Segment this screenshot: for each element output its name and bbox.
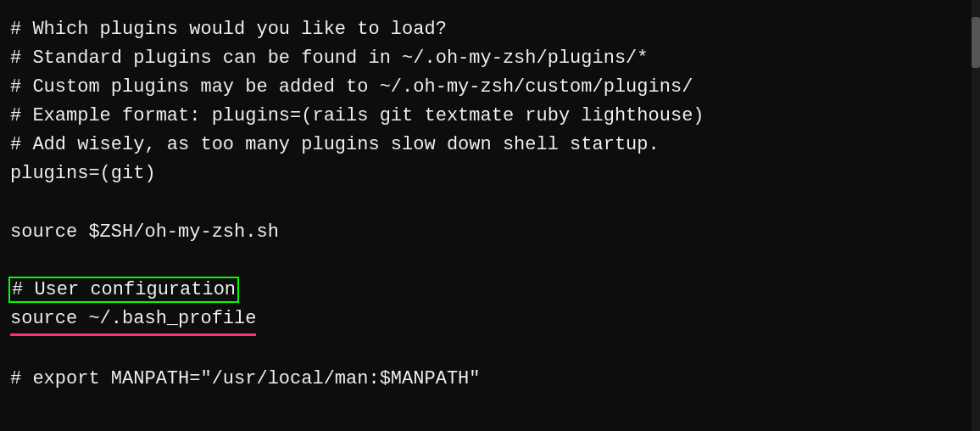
code-line-2: # Standard plugins can be found in ~/.oh… [10,44,966,73]
terminal-window: # Which plugins would you like to load? … [0,0,980,431]
code-line-5: # Add wisely, as too many plugins slow d… [10,131,966,160]
code-line-4: # Example format: plugins=(rails git tex… [10,102,966,131]
code-line-11: source ~/.bash_profile [10,305,966,336]
code-line-12 [10,336,966,365]
code-line-6: plugins=(git) [10,160,966,188]
green-box-highlight: # User configuration [10,278,237,301]
code-line-9 [10,247,966,276]
code-line-7 [10,189,966,218]
code-line-10: # User configuration [10,276,966,305]
code-line-13: # export MANPATH="/usr/local/man:$MANPAT… [10,365,966,394]
scrollbar-thumb[interactable] [972,17,980,68]
pink-underline-text: source ~/.bash_profile [10,305,256,336]
code-line-1: # Which plugins would you like to load? [10,15,966,44]
scrollbar[interactable] [972,0,980,431]
code-line-3: # Custom plugins may be added to ~/.oh-m… [10,73,966,102]
code-line-8: source $ZSH/oh-my-zsh.sh [10,218,966,247]
